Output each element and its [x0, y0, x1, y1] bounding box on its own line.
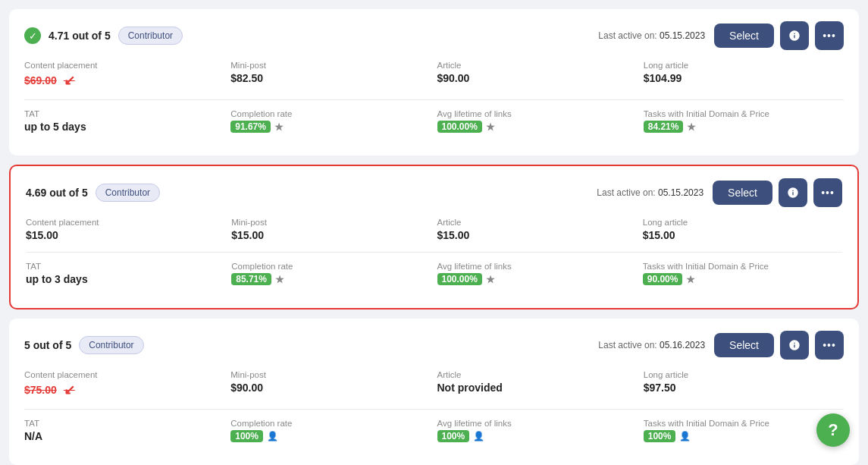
pricing-value: Not provided — [437, 382, 638, 394]
stat-label: Completion rate — [230, 109, 431, 118]
pricing-value: $69.00↙ — [24, 72, 224, 89]
pricing-value: $15.00 — [26, 229, 225, 241]
stat-item-3: Tasks with Initial Domain & Price84.21%★ — [644, 109, 844, 133]
card-header-left: ✓4.71 out of 5Contributor — [24, 27, 183, 45]
pricing-item-0: Content placement$75.00↙ — [24, 370, 224, 398]
stat-label: Tasks with Initial Domain & Price — [643, 262, 842, 271]
stat-value: up to 5 days — [24, 121, 224, 133]
stat-value: up to 3 days — [26, 273, 225, 285]
stat-label: Avg lifetime of links — [437, 262, 637, 271]
pricing-item-0: Content placement$69.00↙ — [24, 61, 224, 89]
green-badge: 91.67% — [230, 121, 271, 133]
pricing-item-2: Article$15.00 — [437, 218, 637, 241]
pricing-value: $97.50 — [644, 382, 844, 394]
card-header: 4.69 out of 5ContributorLast active on: … — [26, 178, 842, 207]
pricing-label: Content placement — [26, 218, 225, 227]
select-button[interactable]: Select — [713, 181, 772, 205]
green-badge: 100% — [437, 430, 470, 442]
divider — [24, 409, 844, 410]
pricing-item-3: Long article$97.50 — [644, 370, 844, 398]
pricing-label: Mini-post — [230, 370, 431, 379]
more-button[interactable]: ••• — [813, 178, 842, 207]
info-button[interactable] — [779, 178, 807, 207]
green-badge: 84.21% — [644, 121, 684, 133]
rating: 5 out of 5 — [24, 339, 71, 351]
info-button[interactable] — [780, 21, 809, 50]
check-icon: ✓ — [24, 27, 41, 44]
select-button[interactable]: Select — [714, 333, 774, 357]
last-active: Last active on: 05.15.2023 — [597, 187, 703, 198]
more-button[interactable]: ••• — [815, 331, 844, 360]
stat-item-0: TATup to 5 days — [24, 109, 224, 133]
pricing-value: $82.50 — [230, 72, 431, 84]
stat-label: TAT — [24, 419, 224, 428]
pricing-value: $75.00↙ — [24, 382, 224, 398]
stat-label: Tasks with Initial Domain & Price — [644, 109, 844, 118]
stats-row: TATup to 3 daysCompletion rate85.71%★Avg… — [26, 262, 842, 285]
stats-row: TATup to 5 daysCompletion rate91.67%★Avg… — [24, 109, 844, 133]
stat-item-0: TATN/A — [24, 419, 224, 442]
stat-value: 84.21%★ — [644, 121, 844, 133]
stat-value: 100%👤 — [437, 430, 638, 442]
pricing-row: Content placement$69.00↙Mini-post$82.50A… — [24, 61, 844, 89]
pricing-item-1: Mini-post$82.50 — [230, 61, 431, 89]
stat-value: 100%👤 — [644, 430, 844, 442]
stat-item-3: Tasks with Initial Domain & Price100%👤 — [644, 419, 844, 442]
person-icon: 👤 — [679, 431, 691, 441]
rating: 4.69 out of 5 — [26, 187, 88, 199]
pricing-item-3: Long article$15.00 — [643, 218, 842, 241]
pricing-row: Content placement$75.00↙Mini-post$90.00A… — [24, 370, 844, 398]
divider — [26, 252, 842, 253]
card-card2: 4.69 out of 5ContributorLast active on: … — [9, 165, 859, 309]
stat-value: N/A — [24, 430, 224, 442]
help-button[interactable]: ? — [816, 413, 850, 447]
stat-item-1: Completion rate91.67%★ — [230, 109, 431, 133]
star-icon: ★ — [686, 274, 695, 285]
pricing-item-1: Mini-post$90.00 — [230, 370, 431, 398]
card-card1: ✓4.71 out of 5ContributorLast active on:… — [9, 9, 859, 156]
pricing-value: $15.00 — [231, 229, 431, 241]
stat-label: Avg lifetime of links — [437, 419, 638, 428]
star-icon: ★ — [687, 121, 696, 133]
stat-item-1: Completion rate85.71%★ — [231, 262, 431, 285]
pricing-label: Mini-post — [230, 61, 431, 70]
pricing-label: Article — [437, 218, 637, 227]
arrow-icon: ↙ — [64, 382, 75, 398]
stat-value: 100%👤 — [230, 430, 431, 442]
card-header-right: Last active on: 05.15.2023Select••• — [598, 21, 844, 50]
stat-item-2: Avg lifetime of links100%👤 — [437, 419, 638, 442]
stat-value: 100.00%★ — [437, 121, 638, 133]
green-badge: 85.71% — [231, 273, 271, 285]
card-header: 5 out of 5ContributorLast active on: 05.… — [24, 331, 844, 360]
stat-label: Completion rate — [230, 419, 431, 428]
pricing-item-3: Long article$104.99 — [644, 61, 844, 89]
pricing-label: Long article — [644, 370, 844, 379]
stat-label: Completion rate — [231, 262, 431, 271]
more-button[interactable]: ••• — [815, 21, 844, 50]
stat-label: TAT — [26, 262, 225, 271]
pricing-label: Article — [437, 61, 638, 70]
stat-item-2: Avg lifetime of links100.00%★ — [437, 262, 637, 285]
pricing-label: Long article — [643, 218, 842, 227]
pricing-label: Content placement — [24, 61, 224, 70]
last-active: Last active on: 05.15.2023 — [598, 30, 705, 41]
green-badge: 100.00% — [437, 121, 482, 133]
divider — [24, 99, 844, 100]
stat-label: TAT — [24, 109, 224, 118]
stat-label: Avg lifetime of links — [437, 109, 638, 118]
pricing-value: $104.99 — [644, 72, 844, 84]
stat-value: 100.00%★ — [437, 273, 637, 285]
stat-value: 85.71%★ — [231, 273, 431, 285]
stat-item-2: Avg lifetime of links100.00%★ — [437, 109, 638, 133]
stat-item-0: TATup to 3 days — [26, 262, 225, 285]
green-badge: 100% — [644, 430, 676, 442]
select-button[interactable]: Select — [714, 24, 774, 48]
pricing-item-2: Article$90.00 — [437, 61, 638, 89]
green-badge: 90.00% — [643, 273, 683, 285]
pricing-value: $90.00 — [230, 382, 431, 394]
info-button[interactable] — [780, 331, 809, 360]
card-header-left: 5 out of 5Contributor — [24, 336, 144, 354]
star-icon: ★ — [274, 121, 284, 133]
card-header-right: Last active on: 05.15.2023Select••• — [597, 178, 842, 207]
card-header: ✓4.71 out of 5ContributorLast active on:… — [24, 21, 844, 50]
